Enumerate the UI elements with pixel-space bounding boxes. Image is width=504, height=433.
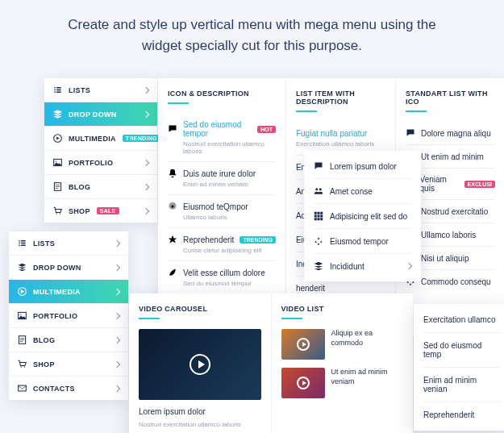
row-desc: Enim ad minim veniam [183, 181, 276, 188]
mega-row[interactable]: Eiusmod teQmpor Ullamco laboris [168, 195, 276, 228]
row-title: Commodo consequ [421, 277, 491, 286]
vertical-menu-2: LISTS DROP DOWN MULTIMEDIA PORTFOLIO BLO… [9, 231, 128, 400]
flyout-label: Adipisicing elit sed do [330, 212, 407, 221]
play-icon [190, 354, 210, 375]
chevron-right-icon [114, 312, 120, 319]
menu-item-lists[interactable]: LISTS [9, 231, 128, 256]
row-title: Nostrud exercitatio [421, 207, 488, 216]
video-thumbnail [281, 368, 325, 398]
flyout-submenu: Lorem ipsum dolorAmet conseAdipisicing e… [304, 151, 421, 281]
bell-icon [168, 169, 177, 178]
flyout-label: Eiusmod tempor [330, 237, 389, 246]
star-icon [168, 235, 177, 244]
menu-item-label: CONTACTS [33, 385, 75, 393]
video-caption: Lorem ipsum dolor Nostrud exercitation u… [139, 406, 261, 429]
mega-row[interactable]: Reprehenderit TRENDING Conse ctetur adip… [168, 228, 276, 261]
dropdown-item[interactable]: Exercitation ullamco [423, 307, 501, 333]
play-icon [297, 338, 310, 351]
menu-item-shop[interactable]: SHOP [9, 352, 128, 377]
flyout-item[interactable]: Incididunt [314, 254, 411, 278]
mega-col-title: ICON & DESCRIPTION [168, 90, 276, 98]
grid-icon [314, 211, 323, 221]
mega-col-title: STANDART LIST WITH ICO [406, 90, 495, 106]
menu-item-shop[interactable]: SHOPSALE [44, 199, 157, 223]
mega-row[interactable]: Velit esse cillum dolore Sed do eiusmod … [168, 261, 276, 294]
dropdown-item[interactable]: Sed do eiusmod temp [423, 333, 501, 368]
menu-item-label: DROP DOWN [69, 110, 117, 119]
dropdown-item[interactable]: Reprehenderit [423, 402, 501, 427]
badge: HOT [257, 126, 276, 133]
row-desc: Ullamco laboris [183, 214, 276, 221]
menu-item-portfolio[interactable]: PORTFOLIO [9, 304, 128, 328]
video-thumbnail[interactable] [139, 329, 261, 400]
badge: EXCLUSI [464, 181, 495, 188]
menu-item-contacts[interactable]: CONTACTS [9, 377, 128, 400]
menu-item-multimedia[interactable]: MULTIMEDIATRENDING [44, 127, 157, 151]
mega-row[interactable]: Dolore magna aliqu [406, 122, 495, 145]
cart-icon [53, 206, 62, 215]
menu-item-drop-down[interactable]: DROP DOWN [9, 256, 128, 280]
badge: SALE [97, 207, 119, 214]
chevron-right-icon [406, 263, 412, 269]
doc-icon [53, 182, 62, 191]
menu-item-label: BLOG [69, 183, 90, 191]
chat-icon [406, 128, 415, 138]
row-title: Nisi ut aliquip [421, 254, 469, 263]
mega-row[interactable]: Sed do eiusmod tempor HOT Nostrud exerci… [168, 114, 276, 162]
row-title: Reprehenderit [183, 235, 234, 244]
video-col-title: VIDEO LIST [281, 305, 404, 313]
video-list-item[interactable]: Aliquip ex ea commodo [281, 329, 404, 360]
play-icon [18, 287, 27, 296]
menu-item-multimedia[interactable]: MULTIMEDIA [9, 280, 128, 304]
menu-item-label: SHOP [33, 360, 55, 368]
flyout-item[interactable]: Amet conse [314, 179, 411, 204]
list-icon [18, 239, 27, 248]
flyout-item[interactable]: Adipisicing elit sed do [314, 204, 411, 229]
layers-icon [314, 261, 323, 271]
menu-item-label: LISTS [69, 86, 90, 94]
mega-col-title: LIST ITEM WITH DESCRIPTION [296, 90, 385, 106]
users-icon [314, 186, 323, 196]
row-title: Veniam quis [420, 175, 459, 193]
list-icon [53, 85, 62, 94]
row-title: Duis aute irure dolor [183, 169, 256, 178]
flyout-label: Lorem ipsum dolor [330, 162, 397, 171]
chat-icon [314, 161, 323, 171]
gear-icon [168, 202, 177, 211]
badge: TRENDING [240, 236, 276, 244]
chevron-right-icon [143, 110, 149, 117]
row-title: Eiusmod teQmpor [183, 202, 248, 211]
dropdown-item[interactable]: Enim ad minim venian [423, 368, 501, 402]
mail-icon [18, 384, 27, 393]
menu-item-blog[interactable]: BLOG [9, 328, 128, 352]
video-title: Ut enim ad minim veniam [331, 368, 404, 398]
video-mega-panel: VIDEO CAROUSEL Lorem ipsum dolor Nostrud… [129, 294, 413, 433]
menu-item-blog[interactable]: BLOG [44, 175, 157, 199]
flyout-label: Incididunt [330, 262, 364, 271]
row-title: Velit esse cillum dolore [183, 269, 265, 277]
image-icon [18, 311, 27, 320]
flyout-item[interactable]: Lorem ipsum dolor [314, 154, 411, 179]
menu-item-label: LISTS [33, 239, 55, 248]
chevron-right-icon [114, 288, 120, 294]
row-desc: Sed do eiusmod tempor [183, 280, 276, 287]
video-title: Aliquip ex ea commodo [331, 329, 404, 360]
row-title: Ullamco laboris [421, 231, 476, 239]
row-desc: Exercitation ullamco laboris [296, 140, 385, 148]
menu-item-label: DROP DOWN [33, 264, 81, 272]
menu-item-lists[interactable]: LISTS [44, 78, 157, 102]
layers-icon [18, 263, 27, 272]
video-list-item[interactable]: Ut enim ad minim veniam [281, 368, 404, 398]
menu-item-drop-down[interactable]: DROP DOWN [44, 102, 157, 127]
chevron-right-icon [114, 239, 120, 246]
video-list-col: VIDEO LIST Aliquip ex ea commodoUt enim … [272, 294, 414, 433]
mega-row[interactable]: Duis aute irure dolor Enim ad minim veni… [168, 162, 276, 195]
flyout-item[interactable]: Eiusmod tempor [314, 229, 411, 254]
cart-icon [18, 360, 27, 368]
video-col-title: VIDEO CAROUSEL [139, 305, 261, 313]
row-title: Sed do eiusmod tempor [183, 120, 252, 138]
play-icon [53, 134, 62, 143]
menu-item-label: BLOG [33, 336, 55, 344]
menu-item-label: PORTFOLIO [69, 159, 113, 167]
menu-item-portfolio[interactable]: PORTFOLIO [44, 151, 157, 175]
